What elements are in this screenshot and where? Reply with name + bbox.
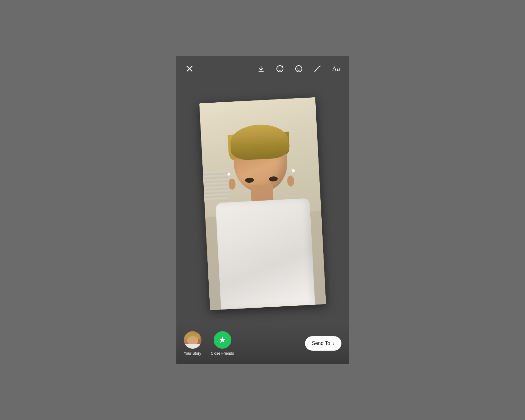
window-blind (199, 171, 230, 210)
eye-right (269, 176, 278, 181)
toolbar-right: Aa (255, 63, 341, 74)
ear-left (228, 178, 236, 190)
download-icon (257, 65, 265, 73)
svg-point-4 (281, 68, 281, 68)
svg-point-8 (297, 68, 298, 68)
text-icon: Aa (332, 65, 340, 73)
sticker-button[interactable] (293, 63, 304, 74)
svg-point-3 (278, 68, 279, 68)
image-area (176, 56, 349, 364)
your-story-option[interactable]: Your Story (184, 331, 201, 356)
ear-right (287, 175, 294, 187)
your-story-label: Your Story (184, 351, 201, 356)
bottom-bar: Your Story ★ Close Friends Send To › (176, 323, 349, 364)
sticker-icon (295, 65, 303, 73)
body-shirt (215, 198, 315, 310)
draw-button[interactable] (312, 63, 323, 74)
story-options: Your Story ★ Close Friends (184, 331, 234, 356)
avatar-face (184, 331, 201, 349)
close-button[interactable] (184, 63, 195, 74)
text-button[interactable]: Aa (331, 63, 341, 74)
phone-container: Aa (176, 56, 349, 364)
avatar-body (185, 344, 201, 349)
svg-point-9 (299, 68, 300, 68)
close-friends-star-icon: ★ (218, 336, 226, 344)
toolbar-left (184, 63, 195, 74)
toolbar: Aa (176, 56, 349, 81)
eye-left (245, 177, 254, 183)
close-icon (185, 65, 194, 73)
draw-icon (313, 65, 322, 73)
earbud-right (292, 169, 295, 172)
chevron-right-icon: › (333, 341, 334, 346)
your-story-avatar (184, 331, 201, 349)
emoji-add-icon (276, 65, 284, 73)
person-silhouette (208, 110, 318, 310)
close-friends-label: Close Friends (211, 351, 234, 356)
close-friends-avatar: ★ (214, 331, 231, 349)
photo-placeholder (199, 97, 326, 310)
send-to-button[interactable]: Send To › (305, 336, 341, 351)
send-to-label: Send To (312, 341, 330, 346)
download-button[interactable] (255, 63, 267, 74)
svg-point-7 (296, 66, 302, 72)
close-friends-option[interactable]: ★ Close Friends (211, 331, 234, 356)
photo-frame (199, 97, 326, 310)
emoji-add-button[interactable] (274, 63, 286, 74)
hair (229, 123, 289, 161)
